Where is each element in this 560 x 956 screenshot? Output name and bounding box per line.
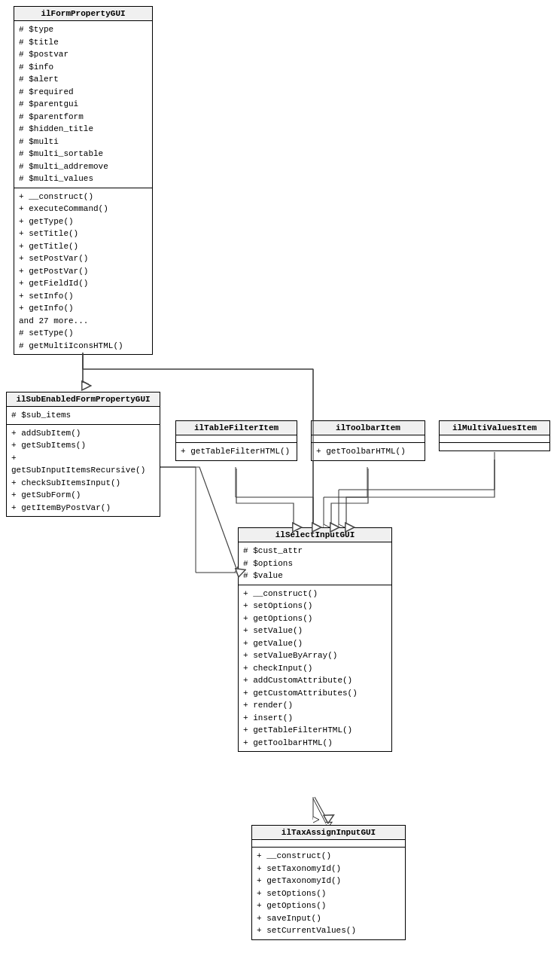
- class-methods-ilTaxAssignInputGUI: + __construct() + setTaxonomyId() + getT…: [252, 848, 405, 939]
- class-title-ilFormPropertyGUI: ilFormPropertyGUI: [14, 7, 152, 21]
- class-ilSelectInputGUI: ilSelectInputGUI # $cust_attr # $options…: [238, 527, 392, 752]
- class-title-ilTaxAssignInputGUI: ilTaxAssignInputGUI: [252, 826, 405, 840]
- class-title-ilToolbarItem: ilToolbarItem: [312, 421, 425, 435]
- class-attrs-ilTaxAssignInputGUI: [252, 840, 405, 848]
- diagram-container: ilFormPropertyGUI # $type # $title # $po…: [0, 0, 560, 956]
- class-methods-ilToolbarItem: + getToolbarHTML(): [312, 443, 425, 460]
- class-attrs-ilTableFilterItem: [176, 435, 297, 443]
- class-ilTaxAssignInputGUI: ilTaxAssignInputGUI + __construct() + se…: [251, 825, 406, 940]
- class-attrs-ilToolbarItem: [312, 435, 425, 443]
- class-title-ilSelectInputGUI: ilSelectInputGUI: [239, 528, 391, 542]
- class-title-ilTableFilterItem: ilTableFilterItem: [176, 421, 297, 435]
- class-title-ilSubEnabledFormPropertyGUI: ilSubEnabledFormPropertyGUI: [7, 392, 160, 407]
- class-attrs-ilSelectInputGUI: # $cust_attr # $options # $value: [239, 542, 391, 585]
- svg-line-5: [315, 797, 327, 819]
- class-title-ilMultiValuesItem: ilMultiValuesItem: [440, 421, 549, 435]
- class-methods-ilSelectInputGUI: + __construct() + setOptions() + getOpti…: [239, 585, 391, 752]
- class-methods-ilFormPropertyGUI: + __construct() + executeCommand() + get…: [14, 188, 152, 355]
- class-methods-ilTableFilterItem: + getTableFilterHTML(): [176, 443, 297, 460]
- class-ilFormPropertyGUI: ilFormPropertyGUI # $type # $title # $po…: [14, 6, 153, 355]
- svg-line-1: [313, 799, 327, 825]
- class-attributes-ilSubEnabledFormPropertyGUI: # $sub_items: [7, 407, 160, 425]
- class-methods-ilMultiValuesItem: [440, 443, 549, 451]
- class-attributes-ilFormPropertyGUI: # $type # $title # $postvar # $info # $a…: [14, 21, 152, 188]
- class-ilTableFilterItem: ilTableFilterItem + getTableFilterHTML(): [175, 420, 297, 461]
- class-ilToolbarItem: ilToolbarItem + getToolbarHTML(): [311, 420, 425, 461]
- class-methods-ilSubEnabledFormPropertyGUI: + addSubItem() + getSubItems() + getSubI…: [7, 425, 160, 517]
- class-attrs-ilMultiValuesItem: [440, 435, 549, 443]
- class-ilSubEnabledFormPropertyGUI: ilSubEnabledFormPropertyGUI # $sub_items…: [6, 392, 160, 517]
- class-ilMultiValuesItem: ilMultiValuesItem: [439, 420, 550, 451]
